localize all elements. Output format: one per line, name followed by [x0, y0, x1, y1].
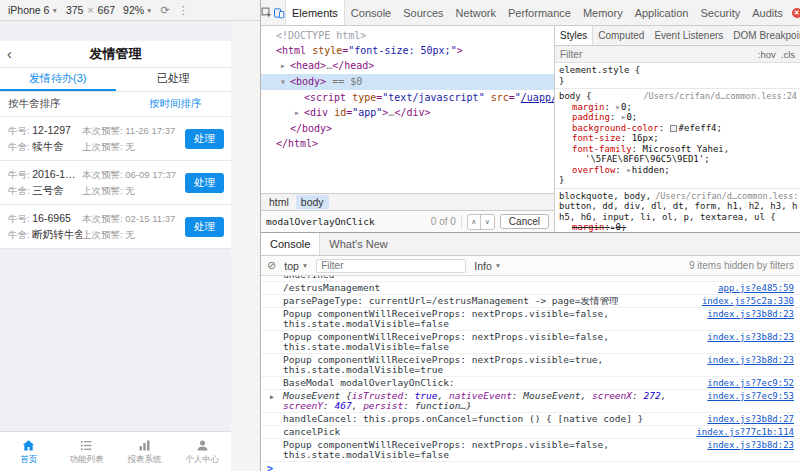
source-link[interactable]: index.js?77c1b:114	[696, 427, 794, 437]
dom-line[interactable]: </html>	[261, 136, 554, 151]
expand-arrow-icon[interactable]: ▶	[627, 166, 631, 173]
source-link[interactable]: index.js?7ec9:53	[707, 391, 794, 401]
expand-arrow-icon[interactable]: ▶	[622, 113, 626, 120]
kebab-menu-icon[interactable]: ⋮	[178, 4, 189, 17]
tab-performance[interactable]: Performance	[502, 0, 577, 25]
hover-toggle[interactable]: :hov	[758, 49, 776, 60]
css-property[interactable]: padding: ▶0;	[559, 112, 797, 123]
console-message[interactable]: app.js?e485:59/estrusManagement	[261, 282, 800, 295]
twisty-icon[interactable]: ▶	[295, 106, 304, 121]
source-link[interactable]: app.js?e485:59	[718, 283, 794, 293]
console-messages: undefinedapp.js?e485:59/estrusManagement…	[261, 276, 800, 471]
console-message[interactable]: index.js?77c1b:114cancelPick	[261, 426, 800, 439]
css-property[interactable]: margin:▶0;	[559, 222, 797, 232]
handle-button[interactable]: 处理	[185, 217, 224, 237]
rotate-icon[interactable]: ⟳	[161, 4, 170, 17]
css-property[interactable]: font-size: 16px;	[559, 133, 797, 144]
stylesheet-link[interactable]: /Users/crifan/d…common.less:19	[651, 191, 797, 202]
error-badge[interactable]: ✕ 7	[789, 0, 800, 25]
source-link[interactable]: index.js?5c2a:330	[702, 296, 794, 306]
nav-item-home[interactable]: 首页	[0, 432, 58, 471]
console-message[interactable]: index.js?3b8d:23Popup componentWillRecei…	[261, 331, 800, 354]
expand-arrow-icon[interactable]: ▶	[270, 392, 274, 402]
dom-line[interactable]: <!DOCTYPE html>	[261, 28, 554, 43]
styles-tab-styles[interactable]: Styles	[555, 26, 593, 45]
expand-arrow-icon[interactable]: ▶	[611, 223, 615, 230]
clear-console-icon[interactable]: ⊘	[267, 259, 276, 272]
dom-line[interactable]: <html style="font-size: 50px;">	[261, 43, 554, 58]
console-filter-input[interactable]	[316, 259, 466, 273]
console-tab-console[interactable]: Console	[261, 233, 320, 255]
dom-line[interactable]: ▶<div id="app">…</div>	[261, 105, 554, 121]
sort-by-time[interactable]: 按时间排序	[120, 97, 232, 111]
console-message[interactable]: index.js?3b8d:27handleCancel: this.props…	[261, 413, 800, 426]
tab-memory[interactable]: Memory	[577, 0, 629, 25]
tab-sources[interactable]: Sources	[397, 0, 449, 25]
device-select[interactable]: iPhone 6 ▼	[8, 4, 58, 16]
handle-button[interactable]: 处理	[185, 173, 224, 193]
tab-application[interactable]: Application	[629, 0, 695, 25]
console-message[interactable]: index.js?7ec9:52BaseModal modalOverlayOn…	[261, 377, 800, 390]
object-preview: MouseEvent {isTrusted: true, nativeEvent…	[283, 390, 666, 411]
stylesheet-link[interactable]: /Users/crifan/d…common.less:24	[639, 91, 797, 102]
crumb-html[interactable]: html	[264, 195, 294, 209]
styles-tab-dom-breakpoints[interactable]: DOM Breakpoints	[728, 26, 800, 45]
tab-elements[interactable]: Elements	[285, 0, 345, 25]
device-toggle-icon[interactable]	[273, 0, 285, 25]
dom-line[interactable]: <script type="text/javascript" src="/uap…	[261, 90, 554, 105]
tab-security[interactable]: Security	[694, 0, 746, 25]
source-link[interactable]: index.js?3b8d:23	[707, 440, 794, 450]
code-token: == $0	[326, 76, 362, 87]
dom-line[interactable]: ▶<head>…</head>	[261, 58, 554, 74]
styles-tab-computed[interactable]: Computed	[593, 26, 649, 45]
execution-context-select[interactable]: top ▼	[284, 260, 308, 272]
styles-tab-event-listeners[interactable]: Event Listeners	[649, 26, 728, 45]
twisty-icon[interactable]: ▶	[281, 59, 290, 74]
source-link[interactable]: index.js?3b8d:23	[707, 332, 794, 342]
viewport-width-field[interactable]: 375	[66, 4, 84, 16]
source-link[interactable]: index.js?3b8d:23	[707, 309, 794, 319]
find-previous-button[interactable]: ∧	[468, 215, 481, 229]
find-input[interactable]	[266, 214, 426, 229]
inspect-icon[interactable]	[261, 0, 273, 25]
back-icon[interactable]: ‹	[7, 47, 12, 61]
sort-by-barn[interactable]: 按牛舍排序	[0, 97, 120, 111]
styles-filter-input[interactable]	[560, 49, 754, 60]
class-toggle[interactable]: .cls	[781, 49, 795, 60]
css-property[interactable]: margin: ▶0;	[559, 102, 797, 113]
twisty-icon[interactable]: ▼	[281, 75, 290, 90]
dom-line[interactable]: ▼<body> == $0	[261, 74, 554, 90]
source-link[interactable]: index.js?3b8d:27	[707, 414, 794, 424]
tab-console[interactable]: Console	[345, 0, 397, 25]
nav-item-chart[interactable]: 报表系统	[116, 432, 174, 471]
current-warning: 本次预警: 02-15 11:37	[82, 213, 175, 226]
expand-arrow-icon[interactable]: ▶	[616, 103, 620, 110]
console-message[interactable]: index.js?5c2a:330parsePageType: currentU…	[261, 295, 800, 308]
console-prompt[interactable]: >	[261, 462, 800, 471]
color-swatch[interactable]	[670, 125, 677, 132]
source-link[interactable]: index.js?7ec9:52	[707, 378, 794, 388]
nav-item-grid[interactable]: 功能列表	[58, 432, 116, 471]
console-message[interactable]: index.js?3b8d:23Popup componentWillRecei…	[261, 308, 800, 331]
tab-network[interactable]: Network	[450, 0, 502, 25]
source-link[interactable]: index.js?3b8d:23	[707, 355, 794, 365]
crumb-body[interactable]: body	[296, 195, 329, 209]
console-message[interactable]: index.js?7ec9:53▶MouseEvent {isTrusted: …	[261, 390, 800, 413]
console-message[interactable]: index.js?3b8d:23Popup componentWillRecei…	[261, 354, 800, 377]
app-tab[interactable]: 已处理	[116, 68, 232, 91]
dom-line[interactable]: </body>	[261, 121, 554, 136]
cancel-button[interactable]: Cancel	[500, 214, 549, 229]
find-next-button[interactable]: ∨	[481, 215, 494, 229]
css-property[interactable]: background-color: #efeff4;	[559, 123, 797, 134]
css-property[interactable]: font-family: Microsoft Yahei,	[559, 144, 797, 155]
app-tab[interactable]: 发情待办(3)	[0, 68, 116, 91]
console-message[interactable]: index.js?3b8d:23Popup componentWillRecei…	[261, 439, 800, 462]
console-tab-what-s-new[interactable]: What's New	[320, 233, 396, 255]
log-level-select[interactable]: Info ▼	[474, 260, 501, 272]
zoom-select[interactable]: 92% ▼	[123, 4, 152, 16]
tab-audits[interactable]: Audits	[746, 0, 789, 25]
handle-button[interactable]: 处理	[185, 129, 224, 149]
nav-item-user[interactable]: 个人中心	[173, 432, 231, 471]
viewport-height-field[interactable]: 667	[98, 4, 116, 16]
css-property[interactable]: overflow: ▶hidden;	[559, 165, 797, 176]
